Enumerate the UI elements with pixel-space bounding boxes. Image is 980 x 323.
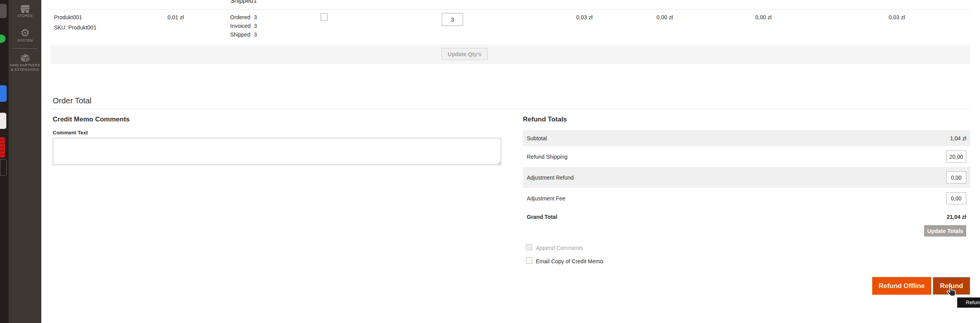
qty-ordered-label: Ordered <box>230 14 250 20</box>
qty-invoiced-value: 3 <box>254 23 257 29</box>
subtotal-row: Subtotal 1,04 zł <box>523 130 970 146</box>
partial-qty-value: 1 <box>253 0 257 4</box>
return-to-stock-checkbox[interactable] <box>321 13 328 20</box>
gear-icon: ⚙ <box>9 28 41 39</box>
store-icon <box>20 4 30 14</box>
adjustment-fee-label: Adjustment Fee <box>527 195 565 202</box>
mouse-pointer-cursor <box>946 286 957 298</box>
email-copy-label: Email Copy of Credit Memo <box>536 258 603 264</box>
sidebar-item-label: SYSTEM <box>9 39 41 43</box>
extensions-brick-icon <box>20 53 30 63</box>
update-qtys-button[interactable]: Update Qty's <box>441 48 488 60</box>
adjustment-fee-row: Adjustment Fee <box>523 188 970 209</box>
sidebar-item-find-partners[interactable]: FIND PARTNERS & EXTENSIONS <box>9 53 41 72</box>
sidebar-item-label-line1: FIND PARTNERS <box>9 63 41 68</box>
grand-total-value: 21,04 zł <box>947 214 966 220</box>
sidebar-item-system[interactable]: ⚙ SYSTEM <box>9 28 41 43</box>
adjustment-refund-label: Adjustment Refund <box>527 174 574 181</box>
row-subtotal-cell: 0,03 zł <box>553 14 592 20</box>
adjustment-fee-input[interactable] <box>946 192 966 204</box>
product-sku: SKU: Produkt001 <box>54 24 96 31</box>
row-tax-cell: 0,00 zł <box>633 14 673 20</box>
refund-shipping-input[interactable] <box>946 150 966 163</box>
update-qty-band <box>50 44 970 64</box>
comment-text-input[interactable] <box>53 138 501 165</box>
dock-item-5-icon[interactable] <box>0 137 5 158</box>
admin-sidebar: STORES ⚙ SYSTEM FIND PARTNERS & EXTENSIO… <box>9 0 41 323</box>
append-comments-label: Append Comments <box>536 245 583 251</box>
dock-item-3-icon[interactable] <box>0 85 7 102</box>
dock-item-4-icon[interactable] <box>0 113 6 129</box>
partial-table-row: Shipped 1 <box>227 0 262 4</box>
append-comments-checkbox[interactable] <box>526 244 532 250</box>
subtotal-label: Subtotal <box>527 135 547 141</box>
sidebar-item-label: STORES <box>9 14 41 18</box>
product-name: Produkt001 <box>54 14 82 20</box>
qty-shipped-label: Shipped <box>230 31 250 38</box>
partial-qty-label: Shipped <box>230 0 253 4</box>
refund-shipping-label: Refund Shipping <box>527 154 568 160</box>
sidebar-item-label-line2: & EXTENSIONS <box>9 68 41 72</box>
sidebar-divider <box>12 48 38 49</box>
qty-invoiced: Invoiced 3 <box>230 23 257 29</box>
price-cell: 0,01 zł <box>144 14 184 20</box>
qty-invoiced-label: Invoiced <box>230 23 251 29</box>
order-total-title: Order Total <box>53 96 92 105</box>
sidebar-item-stores[interactable]: STORES <box>9 4 41 18</box>
refund-totals-title: Refund Totals <box>523 116 567 123</box>
row-discount-cell: 0,00 zł <box>732 14 771 20</box>
qty-shipped: Shipped 3 <box>230 31 257 38</box>
qty-ordered-value: 3 <box>254 14 257 20</box>
refund-tooltip: Refund <box>957 297 980 308</box>
table-row-divider <box>50 9 970 10</box>
dock-item-2-icon[interactable] <box>0 35 6 43</box>
dock-item-6-icon[interactable] <box>0 159 7 176</box>
qty-to-refund-input[interactable] <box>442 13 463 26</box>
qty-shipped-value: 3 <box>254 31 257 38</box>
refund-offline-button[interactable]: Refund Offline <box>872 277 931 295</box>
credit-memo-comments-title: Credit Memo Comments <box>53 116 130 123</box>
row-total-cell: 0,03 zł <box>865 14 905 20</box>
dock-item-1-icon[interactable] <box>0 4 7 18</box>
grand-total-row: Grand Total 21,04 zł <box>523 209 970 225</box>
subtotal-value: 1,04 zł <box>950 135 966 141</box>
order-total-divider <box>50 109 970 109</box>
dock-strip <box>0 0 9 323</box>
email-copy-checkbox[interactable] <box>526 257 532 264</box>
qty-ordered: Ordered 3 <box>230 14 257 20</box>
adjustment-refund-input[interactable] <box>946 171 966 184</box>
adjustment-refund-row: Adjustment Refund <box>523 167 970 188</box>
update-totals-button[interactable]: Update Totals <box>924 225 966 237</box>
comment-text-label: Comment Text <box>53 130 88 136</box>
credit-memo-content: Shipped 1 Produkt001 SKU: Produkt001 0,0… <box>41 0 980 323</box>
grand-total-label: Grand Total <box>527 214 557 220</box>
refund-shipping-row: Refund Shipping <box>523 146 970 167</box>
